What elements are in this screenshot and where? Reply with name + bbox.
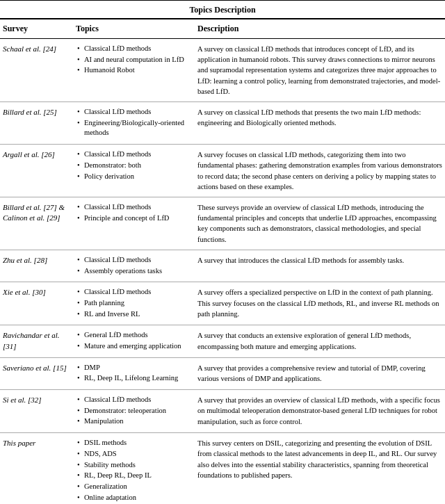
topic-item: Generalization xyxy=(76,482,192,492)
table-row: Saveriano et al. [15]DMPRL, Deep IL, Lif… xyxy=(0,358,445,390)
topics-cell: Classical LfD methodsDemonstrator: bothP… xyxy=(73,148,195,184)
topics-cell: Classical LfD methodsEngineering/Biologi… xyxy=(73,106,195,140)
topics-cell: DMPRL, Deep IL, Lifelong Learning xyxy=(73,361,195,386)
survey-cell: Schaal et al. [24] xyxy=(0,42,73,56)
table-body: Schaal et al. [24]Classical LfD methodsA… xyxy=(0,39,445,504)
table-row: Ravichandar et al. [31]General LfD metho… xyxy=(0,325,445,357)
topic-item: Classical LfD methods xyxy=(76,44,192,54)
topics-cell: DSIL methodsNDS, ADSStability methodsRL,… xyxy=(73,437,195,504)
topic-item: Stability methods xyxy=(76,460,192,471)
topics-cell: Classical LfD methodsPrinciple and conce… xyxy=(73,201,195,225)
topic-item: Demonstrator: teleoperation xyxy=(76,406,192,416)
topic-item: RL and Inverse RL xyxy=(76,309,192,320)
topic-item: DSIL methods xyxy=(76,438,192,448)
topic-item: Classical LfD methods xyxy=(76,287,192,298)
topic-item: Engineering/Biologically-oriented method… xyxy=(76,118,192,138)
description-cell: A survey that provides an overview of cl… xyxy=(195,393,445,428)
description-cell: A survey focuses on classical LfD method… xyxy=(195,148,445,193)
header-survey: Survey xyxy=(0,22,73,35)
topic-item: Assembly operations tasks xyxy=(76,266,192,277)
table-row: Xie et al. [30]Classical LfD methodsPath… xyxy=(0,282,445,325)
survey-cell: This paper xyxy=(0,437,73,450)
page-title: Topics Description xyxy=(0,0,445,18)
topic-item: DMP xyxy=(76,363,192,373)
survey-cell: Xie et al. [30] xyxy=(0,286,73,299)
survey-cell: Saveriano et al. [15] xyxy=(0,361,73,375)
description-cell: A survey that provides a comprehensive r… xyxy=(195,361,445,385)
table-row: Argall et al. [26]Classical LfD methodsD… xyxy=(0,145,445,197)
survey-cell: Billard et al. [25] xyxy=(0,106,73,119)
topic-item: RL, Deep RL, Deep IL xyxy=(76,471,192,481)
topic-item: Mature and emerging application xyxy=(76,341,192,352)
table-row: Billard et al. [27] & Calinon et al. [29… xyxy=(0,197,445,250)
table-header: Survey Topics Description xyxy=(0,18,445,39)
survey-cell: Billard et al. [27] & Calinon et al. [29… xyxy=(0,201,73,225)
topic-item: Principle and concept of LfD xyxy=(76,213,192,224)
topics-cell: Classical LfD methodsDemonstrator: teleo… xyxy=(73,393,195,429)
description-cell: A survey that conducts an extensive expl… xyxy=(195,329,445,352)
topic-item: Humanoid Robot xyxy=(76,65,192,76)
description-cell: These surveys provide an overview of cla… xyxy=(195,201,445,246)
header-topics: Topics xyxy=(73,22,195,35)
description-cell: A survey offers a specialized perspectiv… xyxy=(195,286,445,320)
topic-item: Policy derivation xyxy=(76,172,192,182)
table-row: Billard et al. [25]Classical LfD methods… xyxy=(0,102,445,145)
topics-cell: Classical LfD methodsAI and neural compu… xyxy=(73,42,195,78)
topic-item: Demonstrator: both xyxy=(76,161,192,171)
page: Topics Description Survey Topics Descrip… xyxy=(0,0,445,504)
table-row: Zhu et al. [28]Classical LfD methodsAsse… xyxy=(0,250,445,282)
description-cell: A survey on classical LfD methods that p… xyxy=(195,106,445,129)
description-cell: A survey on classical LfD methods that i… xyxy=(195,42,445,98)
description-cell: A survey that introduces the classical L… xyxy=(195,254,445,267)
header-description: Description xyxy=(195,22,445,35)
topic-item: Classical LfD methods xyxy=(76,149,192,160)
topic-item: RL, Deep IL, Lifelong Learning xyxy=(76,373,192,384)
topic-item: AI and neural computation in LfD xyxy=(76,55,192,65)
topics-cell: Classical LfD methodsPath planningRL and… xyxy=(73,286,195,321)
topic-item: Classical LfD methods xyxy=(76,255,192,266)
survey-cell: Si et al. [32] xyxy=(0,393,73,407)
topics-cell: Classical LfD methodsAssembly operations… xyxy=(73,254,195,278)
topics-cell: General LfD methodsMature and emerging a… xyxy=(73,329,195,353)
survey-cell: Ravichandar et al. [31] xyxy=(0,329,73,353)
topic-item: Classical LfD methods xyxy=(76,202,192,213)
survey-cell: Zhu et al. [28] xyxy=(0,254,73,267)
table-row: This paperDSIL methodsNDS, ADSStability … xyxy=(0,433,445,504)
description-cell: This survey centers on DSIL, categorizin… xyxy=(195,437,445,482)
topic-item: Manipulation xyxy=(76,416,192,427)
topic-item: Classical LfD methods xyxy=(76,395,192,405)
topic-item: Classical LfD methods xyxy=(76,107,192,117)
topic-item: Online adaptation xyxy=(76,493,192,503)
table-row: Si et al. [32]Classical LfD methodsDemon… xyxy=(0,390,445,433)
table-row: Schaal et al. [24]Classical LfD methodsA… xyxy=(0,39,445,102)
topic-item: General LfD methods xyxy=(76,330,192,341)
survey-cell: Argall et al. [26] xyxy=(0,148,73,161)
topic-item: Path planning xyxy=(76,298,192,309)
topic-item: NDS, ADS xyxy=(76,449,192,460)
